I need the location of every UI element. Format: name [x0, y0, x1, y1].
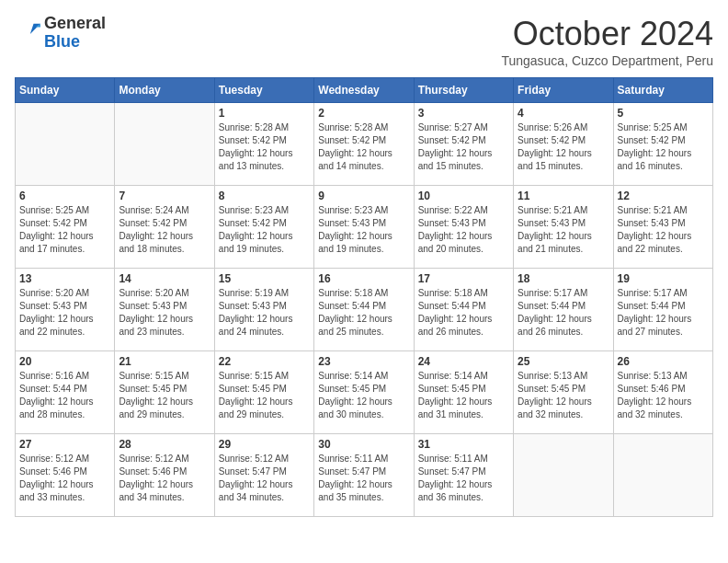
calendar-day-cell: 11Sunrise: 5:21 AMSunset: 5:43 PMDayligh… [514, 186, 613, 269]
logo-text: General Blue [44, 15, 106, 52]
day-number: 27 [19, 438, 110, 451]
day-number: 14 [119, 272, 210, 285]
day-number: 23 [318, 355, 409, 368]
calendar-day-cell: 5Sunrise: 5:25 AMSunset: 5:42 PMDaylight… [613, 103, 712, 186]
day-detail: Sunrise: 5:11 AMSunset: 5:47 PMDaylight:… [418, 453, 509, 504]
day-number: 25 [518, 355, 609, 368]
calendar-day-cell [16, 103, 115, 186]
calendar-day-cell: 8Sunrise: 5:23 AMSunset: 5:42 PMDaylight… [214, 186, 313, 269]
calendar-day-cell: 2Sunrise: 5:28 AMSunset: 5:42 PMDaylight… [314, 103, 414, 186]
calendar-day-cell: 26Sunrise: 5:13 AMSunset: 5:46 PMDayligh… [613, 351, 712, 434]
calendar-day-cell [514, 434, 613, 517]
day-detail: Sunrise: 5:28 AMSunset: 5:42 PMDaylight:… [219, 121, 310, 173]
calendar-day-cell: 3Sunrise: 5:27 AMSunset: 5:42 PMDaylight… [414, 103, 513, 186]
calendar-day-cell: 22Sunrise: 5:15 AMSunset: 5:45 PMDayligh… [214, 351, 313, 434]
logo-blue: Blue [44, 33, 106, 52]
calendar-day-cell: 28Sunrise: 5:12 AMSunset: 5:46 PMDayligh… [115, 434, 214, 517]
day-detail: Sunrise: 5:23 AMSunset: 5:43 PMDaylight:… [318, 204, 409, 256]
day-number: 2 [318, 107, 409, 120]
day-number: 12 [618, 190, 709, 202]
day-number: 7 [119, 190, 210, 202]
day-number: 19 [618, 272, 709, 285]
calendar-day-cell: 24Sunrise: 5:14 AMSunset: 5:45 PMDayligh… [414, 351, 513, 434]
day-number: 20 [19, 355, 110, 368]
day-detail: Sunrise: 5:20 AMSunset: 5:43 PMDaylight:… [119, 287, 210, 339]
day-detail: Sunrise: 5:18 AMSunset: 5:44 PMDaylight:… [418, 287, 509, 339]
weekday-header-wednesday: Wednesday [314, 78, 414, 103]
day-number: 26 [618, 355, 709, 368]
day-detail: Sunrise: 5:12 AMSunset: 5:46 PMDaylight:… [119, 453, 210, 504]
day-number: 30 [318, 438, 409, 451]
day-detail: Sunrise: 5:19 AMSunset: 5:43 PMDaylight:… [219, 287, 310, 339]
day-number: 9 [318, 190, 409, 202]
day-number: 1 [219, 107, 310, 120]
day-number: 17 [418, 272, 509, 285]
day-detail: Sunrise: 5:20 AMSunset: 5:43 PMDaylight:… [19, 287, 110, 339]
day-number: 5 [618, 107, 709, 120]
day-detail: Sunrise: 5:18 AMSunset: 5:44 PMDaylight:… [318, 287, 409, 339]
day-number: 4 [518, 107, 609, 120]
day-number: 10 [418, 190, 509, 202]
calendar-day-cell: 1Sunrise: 5:28 AMSunset: 5:42 PMDaylight… [214, 103, 313, 186]
day-detail: Sunrise: 5:21 AMSunset: 5:43 PMDaylight:… [618, 204, 709, 256]
day-detail: Sunrise: 5:28 AMSunset: 5:42 PMDaylight:… [318, 121, 409, 173]
day-detail: Sunrise: 5:22 AMSunset: 5:43 PMDaylight:… [418, 204, 509, 256]
calendar-day-cell: 13Sunrise: 5:20 AMSunset: 5:43 PMDayligh… [16, 269, 115, 351]
calendar-day-cell: 15Sunrise: 5:19 AMSunset: 5:43 PMDayligh… [214, 269, 313, 351]
logo-general: General [44, 15, 106, 33]
day-number: 6 [19, 190, 110, 202]
weekday-header-thursday: Thursday [414, 78, 513, 103]
page-header: General Blue October 2024 Tungasuca, Cuz… [15, 15, 713, 68]
day-number: 31 [418, 438, 509, 451]
day-detail: Sunrise: 5:12 AMSunset: 5:47 PMDaylight:… [219, 453, 310, 504]
title-block: October 2024 Tungasuca, Cuzco Department… [501, 15, 713, 68]
day-detail: Sunrise: 5:21 AMSunset: 5:43 PMDaylight:… [518, 204, 609, 256]
calendar-day-cell: 30Sunrise: 5:11 AMSunset: 5:47 PMDayligh… [314, 434, 414, 517]
day-detail: Sunrise: 5:12 AMSunset: 5:46 PMDaylight:… [19, 453, 110, 504]
calendar-week-row: 20Sunrise: 5:16 AMSunset: 5:44 PMDayligh… [16, 351, 713, 434]
calendar-day-cell: 21Sunrise: 5:15 AMSunset: 5:45 PMDayligh… [115, 351, 214, 434]
day-detail: Sunrise: 5:13 AMSunset: 5:46 PMDaylight:… [618, 370, 709, 421]
calendar-table: SundayMondayTuesdayWednesdayThursdayFrid… [15, 77, 713, 517]
calendar-day-cell: 25Sunrise: 5:13 AMSunset: 5:45 PMDayligh… [514, 351, 613, 434]
location-subtitle: Tungasuca, Cuzco Department, Peru [501, 53, 713, 68]
calendar-week-row: 27Sunrise: 5:12 AMSunset: 5:46 PMDayligh… [16, 434, 713, 517]
day-number: 18 [518, 272, 609, 285]
day-detail: Sunrise: 5:25 AMSunset: 5:42 PMDaylight:… [19, 204, 110, 256]
calendar-day-cell: 17Sunrise: 5:18 AMSunset: 5:44 PMDayligh… [414, 269, 513, 351]
day-number: 13 [19, 272, 110, 285]
calendar-day-cell: 12Sunrise: 5:21 AMSunset: 5:43 PMDayligh… [613, 186, 712, 269]
calendar-day-cell: 7Sunrise: 5:24 AMSunset: 5:42 PMDaylight… [115, 186, 214, 269]
weekday-header-row: SundayMondayTuesdayWednesdayThursdayFrid… [16, 78, 713, 103]
logo: General Blue [15, 15, 106, 52]
calendar-body: 1Sunrise: 5:28 AMSunset: 5:42 PMDaylight… [16, 103, 713, 517]
weekday-header-friday: Friday [514, 78, 613, 103]
day-number: 8 [219, 190, 310, 202]
calendar-day-cell: 18Sunrise: 5:17 AMSunset: 5:44 PMDayligh… [514, 269, 613, 351]
day-detail: Sunrise: 5:17 AMSunset: 5:44 PMDaylight:… [518, 287, 609, 339]
weekday-header-sunday: Sunday [16, 78, 115, 103]
day-detail: Sunrise: 5:16 AMSunset: 5:44 PMDaylight:… [19, 370, 110, 421]
calendar-day-cell: 20Sunrise: 5:16 AMSunset: 5:44 PMDayligh… [16, 351, 115, 434]
calendar-day-cell: 10Sunrise: 5:22 AMSunset: 5:43 PMDayligh… [414, 186, 513, 269]
day-detail: Sunrise: 5:17 AMSunset: 5:44 PMDaylight:… [618, 287, 709, 339]
day-number: 15 [219, 272, 310, 285]
calendar-header: SundayMondayTuesdayWednesdayThursdayFrid… [16, 78, 713, 103]
calendar-day-cell: 16Sunrise: 5:18 AMSunset: 5:44 PMDayligh… [314, 269, 414, 351]
calendar-day-cell: 19Sunrise: 5:17 AMSunset: 5:44 PMDayligh… [613, 269, 712, 351]
day-number: 16 [318, 272, 409, 285]
calendar-day-cell [115, 103, 214, 186]
day-detail: Sunrise: 5:14 AMSunset: 5:45 PMDaylight:… [418, 370, 509, 421]
day-number: 29 [219, 438, 310, 451]
month-title: October 2024 [501, 15, 713, 53]
day-detail: Sunrise: 5:11 AMSunset: 5:47 PMDaylight:… [318, 453, 409, 504]
calendar-week-row: 6Sunrise: 5:25 AMSunset: 5:42 PMDaylight… [16, 186, 713, 269]
day-detail: Sunrise: 5:23 AMSunset: 5:42 PMDaylight:… [219, 204, 310, 256]
day-number: 22 [219, 355, 310, 368]
calendar-day-cell [613, 434, 712, 517]
calendar-day-cell: 27Sunrise: 5:12 AMSunset: 5:46 PMDayligh… [16, 434, 115, 517]
logo-icon [15, 20, 40, 46]
weekday-header-monday: Monday [115, 78, 214, 103]
day-detail: Sunrise: 5:15 AMSunset: 5:45 PMDaylight:… [219, 370, 310, 421]
day-number: 28 [119, 438, 210, 451]
